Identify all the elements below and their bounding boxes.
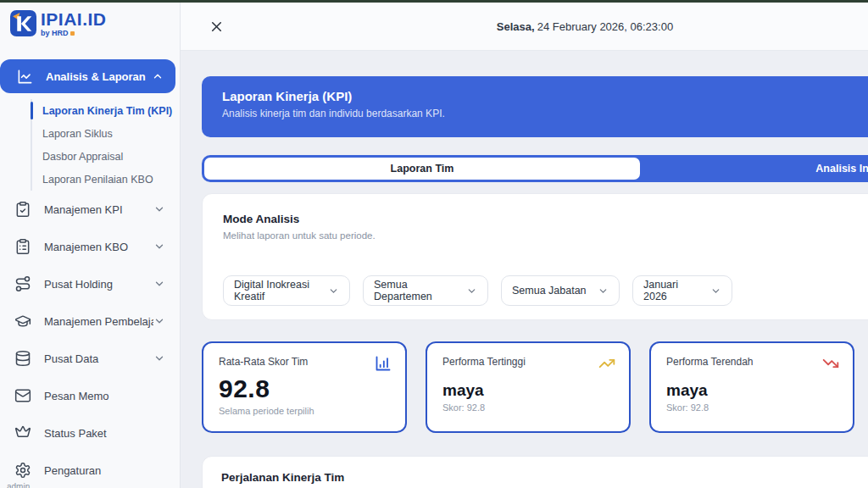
perjalanan-kinerja-card: Perjalanan Kinerja Tim bbox=[202, 456, 868, 488]
chevron-down-icon bbox=[153, 315, 165, 327]
stat-card-rata-rata-skor-tim: Rata-Rata Skor Tim 92.8 Selama periode t… bbox=[202, 341, 407, 433]
close-icon[interactable] bbox=[209, 19, 225, 35]
department-select-value: Semua Departemen bbox=[374, 279, 459, 302]
chevron-down-icon bbox=[328, 286, 339, 297]
stat-label: Performa Tertinggi bbox=[442, 356, 614, 368]
sidebar-item-label: Pesan Memo bbox=[44, 390, 165, 402]
stat-subtext: Skor: 92.8 bbox=[442, 402, 614, 413]
chevron-down-icon bbox=[710, 286, 721, 297]
mode-analisis-subtitle: Melihat laporan untuk satu periode. bbox=[223, 230, 868, 241]
brand-orange-dot bbox=[70, 31, 75, 36]
sidebar-item-laporan-penilaian-kbo[interactable]: Laporan Penilaian KBO bbox=[32, 168, 173, 191]
report-tabs: Laporan Tim Analisis Individu bbox=[202, 155, 868, 182]
department-select[interactable]: Semua Departemen bbox=[363, 275, 488, 306]
gear-icon bbox=[14, 462, 31, 479]
brand-byline: by HRD bbox=[41, 29, 69, 37]
sidebar-item-laporan-siklus[interactable]: Laporan Siklus bbox=[32, 122, 173, 145]
page-banner: Laporan Kinerja (KPI) Analisis kinerja t… bbox=[202, 76, 868, 137]
chevron-up-icon bbox=[152, 70, 164, 82]
sidebar-item-laporan-kinerja-tim-kpi[interactable]: Laporan Kinerja Tim (KPI) bbox=[32, 99, 173, 122]
position-select[interactable]: Semua Jabatan bbox=[501, 275, 620, 306]
chart-line-icon bbox=[17, 69, 33, 85]
chevron-down-icon bbox=[153, 203, 165, 215]
trending-up-icon bbox=[598, 355, 615, 372]
sidebar-submenu: Laporan Kinerja Tim (KPI) Laporan Siklus… bbox=[31, 99, 173, 191]
mail-icon bbox=[14, 387, 31, 404]
header-date-rest: 24 February 2026, 06:23:00 bbox=[537, 20, 673, 33]
sidebar-item-dasbor-appraisal[interactable]: Dasbor Appraisal bbox=[32, 145, 173, 168]
tab-laporan-tim[interactable]: Laporan Tim bbox=[204, 158, 640, 180]
screen-top-edge bbox=[0, 0, 868, 3]
chevron-down-icon bbox=[466, 286, 477, 297]
stat-card-performa-terendah: Performa Terendah maya Skor: 92.8 bbox=[649, 341, 854, 433]
sidebar-item-manajemen-kbo[interactable]: Manajemen KBO bbox=[0, 228, 181, 265]
chevron-down-icon bbox=[153, 241, 165, 252]
perjalanan-kinerja-title: Perjalanan Kinerja Tim bbox=[221, 471, 868, 484]
position-select-value: Semua Jabatan bbox=[512, 285, 587, 297]
sidebar-item-manajemen-kpi[interactable]: Manajemen KPI bbox=[0, 191, 181, 228]
sidebar-item-label: Pengaturan bbox=[44, 464, 165, 477]
brand-logo[interactable]: IPIAI.ID by HRD bbox=[10, 10, 107, 37]
stat-label: Performa Terendah bbox=[666, 356, 837, 368]
stat-value: maya bbox=[666, 381, 837, 400]
trending-down-icon bbox=[822, 355, 839, 372]
stat-label: Rata-Rata Skor Tim bbox=[219, 356, 390, 368]
period-select[interactable]: Januari 2026 bbox=[632, 275, 732, 306]
stat-cards-row: Rata-Rata Skor Tim 92.8 Selama periode t… bbox=[202, 341, 854, 433]
stat-value: maya bbox=[442, 381, 614, 400]
chevron-down-icon bbox=[153, 352, 165, 364]
header-datetime: Selasa,24 February 2026, 06:23:00 bbox=[497, 20, 673, 33]
sidebar: IPIAI.ID by HRD Analisis & Laporan Lapor… bbox=[0, 3, 181, 488]
sidebar-groups: Manajemen KPI Manajemen KBO Pusat Holdin… bbox=[0, 191, 181, 488]
mode-analisis-card: Mode Analisis Melihat laporan untuk satu… bbox=[202, 193, 868, 320]
filter-row: Digital Inokreasi Kreatif Semua Departem… bbox=[223, 275, 732, 306]
stat-subtext: Skor: 92.8 bbox=[666, 402, 837, 413]
page-subtitle: Analisis kinerja tim dan individu berdas… bbox=[222, 108, 868, 119]
graduation-cap-icon bbox=[14, 313, 31, 330]
chevron-down-icon bbox=[153, 278, 165, 290]
crown-icon bbox=[14, 424, 31, 441]
mode-analisis-title: Mode Analisis bbox=[223, 213, 868, 225]
sidebar-item-manajemen-pembelajaran[interactable]: Manajemen Pembelajaran bbox=[0, 302, 181, 340]
content-area: Laporan Kinerja (KPI) Analisis kinerja t… bbox=[181, 51, 868, 488]
database-icon bbox=[14, 350, 31, 367]
main-area: Selasa,24 February 2026, 06:23:00 Lapora… bbox=[181, 3, 868, 488]
sidebar-item-label: Manajemen KPI bbox=[44, 203, 153, 216]
stat-card-performa-tertinggi: Performa Tertinggi maya Skor: 92.8 bbox=[426, 341, 631, 433]
company-select-value: Digital Inokreasi Kreatif bbox=[234, 279, 321, 302]
top-header: Selasa,24 February 2026, 06:23:00 bbox=[181, 3, 868, 51]
stat-subtext: Selama periode terpilih bbox=[219, 406, 390, 416]
page-title: Laporan Kinerja (KPI) bbox=[222, 89, 868, 103]
sidebar-item-label: Pusat Holding bbox=[44, 278, 153, 291]
sidebar-item-label: Status Paket bbox=[44, 427, 165, 440]
sidebar-item-label: Manajemen Pembelajaran bbox=[44, 315, 153, 328]
bar-chart-icon bbox=[375, 355, 392, 372]
clipboard-check-icon bbox=[14, 201, 31, 218]
sidebar-footer-user: admin bbox=[7, 482, 30, 488]
chevron-down-icon bbox=[598, 286, 609, 297]
sidebar-item-pusat-holding[interactable]: Pusat Holding bbox=[0, 265, 181, 302]
stat-value: 92.8 bbox=[219, 374, 390, 403]
tab-analisis-individu[interactable]: Analisis Individu bbox=[640, 158, 868, 180]
sidebar-item-label: Pusat Data bbox=[44, 352, 153, 365]
brand-name: IPIAI.ID bbox=[41, 10, 107, 29]
sidebar-item-pesan-memo[interactable]: Pesan Memo bbox=[0, 377, 181, 414]
period-select-value: Januari 2026 bbox=[643, 279, 704, 302]
company-select[interactable]: Digital Inokreasi Kreatif bbox=[223, 275, 350, 306]
header-day: Selasa, bbox=[497, 20, 535, 33]
k-logo-icon bbox=[10, 10, 36, 36]
sidebar-group-analisis-laporan[interactable]: Analisis & Laporan bbox=[0, 59, 175, 93]
sidebar-item-pusat-data[interactable]: Pusat Data bbox=[0, 340, 181, 377]
sidebar-item-status-paket[interactable]: Status Paket bbox=[0, 414, 181, 452]
clipboard-list-icon bbox=[14, 238, 31, 255]
sidebar-item-label: Manajemen KBO bbox=[44, 241, 153, 253]
sidebar-group-label: Analisis & Laporan bbox=[46, 70, 152, 83]
route-icon bbox=[14, 275, 31, 292]
